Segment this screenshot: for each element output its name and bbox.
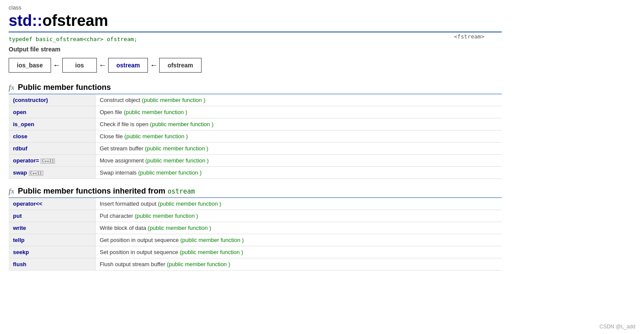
fstream-reference: <fstream> xyxy=(454,33,484,40)
member-tag: (public member function ) xyxy=(124,109,187,115)
inh-box-ostream: ostream xyxy=(108,58,148,73)
member-name[interactable]: tellp xyxy=(9,234,95,246)
inh-box-ios-base: ios_base xyxy=(9,58,51,73)
member-description: Get stream buffer (public member functio… xyxy=(95,143,502,155)
member-name[interactable]: rdbuf xyxy=(9,143,95,155)
inh-box-ofstream: ofstream xyxy=(159,58,201,73)
cpp-badge: C++11 xyxy=(41,159,55,164)
table-row: writeWrite block of data (public member … xyxy=(9,222,502,234)
page-title: std::ofstream xyxy=(9,12,108,30)
sections-container: fxPublic member functions(constructor)Co… xyxy=(9,83,502,270)
table-row: flushFlush output stream buffer (public … xyxy=(9,258,502,270)
table-row: openOpen file (public member function ) xyxy=(9,106,502,118)
member-name[interactable]: seekp xyxy=(9,246,95,258)
classname: ofstream xyxy=(42,12,108,29)
arrow-3: ← xyxy=(150,61,157,70)
arrow-1: ← xyxy=(53,61,61,70)
member-description: Put character (public member function ) xyxy=(95,210,502,222)
member-name[interactable]: open xyxy=(9,106,95,118)
namespace: std:: xyxy=(9,12,42,29)
table-row: seekpSet position in output sequence (pu… xyxy=(9,246,502,258)
class-label: class xyxy=(9,4,502,11)
member-description: Insert formatted output (public member f… xyxy=(95,198,502,210)
member-description: Set position in output sequence (public … xyxy=(95,246,502,258)
inheritance-diagram: ios_base ← ios ← ostream ← ofstream xyxy=(9,58,502,73)
table-row: rdbufGet stream buffer (public member fu… xyxy=(9,143,502,155)
member-name[interactable]: flush xyxy=(9,258,95,270)
member-description: Construct object (public member function… xyxy=(95,94,502,106)
table-row: is_openCheck if file is open (public mem… xyxy=(9,118,502,130)
member-name[interactable]: operator<< xyxy=(9,198,95,210)
member-description: Check if file is open (public member fun… xyxy=(95,118,502,130)
section-header-public-member-functions: fxPublic member functions xyxy=(9,83,502,94)
member-tag: (public member function ) xyxy=(167,261,231,267)
member-tag: (public member function ) xyxy=(150,121,214,127)
member-name[interactable]: swapC++11 xyxy=(9,167,95,179)
member-description: Flush output stream buffer (public membe… xyxy=(95,258,502,270)
member-tag: (public member function ) xyxy=(145,157,209,164)
inh-box-ios: ios xyxy=(62,58,97,73)
member-tag: (public member function ) xyxy=(145,145,208,152)
section-header-inherited-ostream: fxPublic member functions inherited from… xyxy=(9,187,502,198)
class-description: Output file stream xyxy=(9,46,502,53)
member-name[interactable]: put xyxy=(9,210,95,222)
member-tag: (public member function ) xyxy=(125,133,188,140)
table-row: operator=C++11Move assignment (public me… xyxy=(9,155,502,167)
table-row: operator<<Insert formatted output (publi… xyxy=(9,198,502,210)
cpp-badge: C++11 xyxy=(29,171,43,176)
section-title: Public member functions xyxy=(18,83,111,92)
member-table-public-member-functions: (constructor)Construct object (public me… xyxy=(9,94,502,179)
member-tag: (public member function ) xyxy=(148,225,211,231)
table-row: closeClose file (public member function … xyxy=(9,130,502,143)
member-name[interactable]: write xyxy=(9,222,95,234)
member-tag: (public member function ) xyxy=(142,97,205,103)
member-tag: (public member function ) xyxy=(180,237,244,243)
member-description: Write block of data (public member funct… xyxy=(95,222,502,234)
fx-icon: fx xyxy=(9,188,14,195)
typedef-line: typedef basic_ofstream<char> ofstream; xyxy=(9,36,502,42)
member-description: Close file (public member function ) xyxy=(95,130,502,143)
table-row: putPut character (public member function… xyxy=(9,210,502,222)
member-name[interactable]: (constructor) xyxy=(9,94,95,106)
arrow-2: ← xyxy=(99,61,106,70)
table-row: swapC++11Swap internals (public member f… xyxy=(9,167,502,179)
member-tag: (public member function ) xyxy=(180,249,244,255)
member-description: Get position in output sequence (public … xyxy=(95,234,502,246)
member-description: Swap internals (public member function ) xyxy=(95,167,502,179)
member-description: Move assignment (public member function … xyxy=(95,155,502,167)
header-divider xyxy=(9,32,502,32)
table-row: (constructor)Construct object (public me… xyxy=(9,94,502,106)
member-name[interactable]: close xyxy=(9,130,95,143)
table-row: tellpGet position in output sequence (pu… xyxy=(9,234,502,246)
member-tag: (public member function ) xyxy=(138,169,202,176)
member-description: Open file (public member function ) xyxy=(95,106,502,118)
member-name[interactable]: operator=C++11 xyxy=(9,155,95,167)
inherited-from-ref: ostream xyxy=(167,188,195,195)
fx-icon: fx xyxy=(9,84,14,92)
member-name[interactable]: is_open xyxy=(9,118,95,130)
member-tag: (public member function ) xyxy=(158,200,221,207)
member-table-inherited-ostream: operator<<Insert formatted output (publi… xyxy=(9,198,502,270)
member-tag: (public member function ) xyxy=(135,213,198,219)
section-title: Public member functions inherited from o… xyxy=(18,187,195,196)
